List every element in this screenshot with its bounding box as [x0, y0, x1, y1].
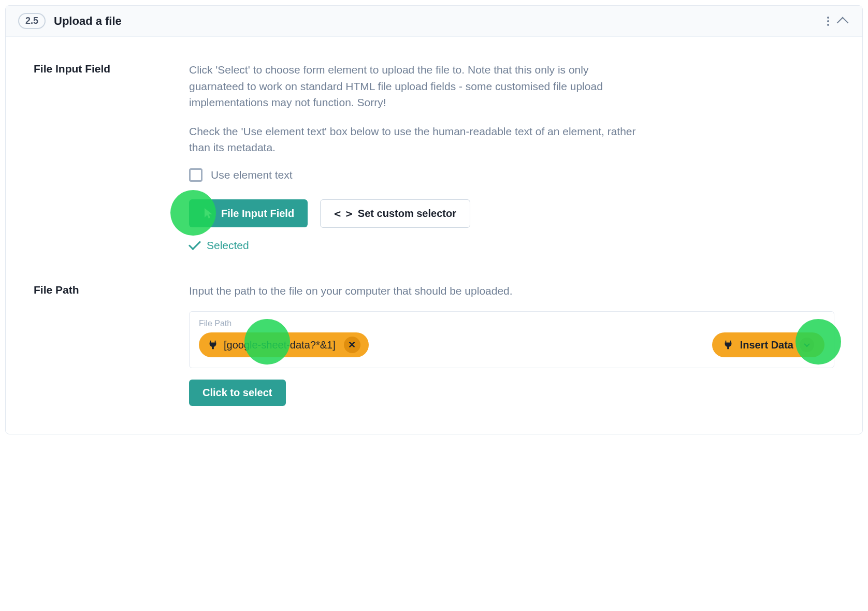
card-body: File Input Field Click 'Select' to choos…: [6, 37, 862, 434]
section-label: File Path: [34, 283, 189, 406]
click-to-select-button[interactable]: Click to select: [189, 380, 286, 406]
button-label: Set custom selector: [358, 208, 456, 220]
vertical-dots-icon: [827, 17, 829, 26]
use-element-text-row: Use element text: [189, 168, 834, 182]
selected-label: Selected: [207, 239, 249, 252]
section-label: File Input Field: [34, 62, 189, 252]
file-path-section: File Path Input the path to the file on …: [34, 283, 834, 406]
button-label: File Input Field: [221, 208, 294, 220]
description-text-2: Check the 'Use element text' box below t…: [189, 123, 645, 156]
chevron-up-icon: [837, 17, 849, 28]
selected-indicator: Selected: [189, 239, 834, 252]
remove-token-button[interactable]: ✕: [344, 337, 360, 353]
insert-data-button[interactable]: Insert Data: [712, 332, 824, 357]
button-label: Click to select: [202, 387, 272, 399]
insert-data-label: Insert Data: [740, 339, 793, 351]
card-header: 2.5 Upload a file: [6, 6, 862, 37]
plug-icon: [207, 339, 219, 351]
chevron-down-icon: [804, 341, 809, 347]
button-row: File Input Field < > Set custom selector: [189, 199, 834, 228]
file-path-input-box[interactable]: File Path [google-sheet-data?*&1] ✕: [189, 311, 834, 368]
section-content: Input the path to the file on your compu…: [189, 283, 834, 406]
plug-icon: [722, 339, 734, 351]
dropdown-chevron: [800, 338, 814, 352]
cursor-icon: [202, 207, 215, 220]
section-content: Click 'Select' to choose form element to…: [189, 62, 834, 252]
use-element-text-checkbox[interactable]: [189, 168, 202, 182]
card-title: Upload a file: [54, 14, 122, 28]
input-label: File Path: [199, 319, 824, 328]
step-card: 2.5 Upload a file File Input Field Click…: [5, 5, 863, 434]
step-number-badge: 2.5: [18, 13, 46, 29]
collapse-button[interactable]: [835, 14, 850, 28]
code-icon: < >: [334, 207, 352, 220]
input-content: [google-sheet-data?*&1] ✕ Insert Data: [199, 332, 824, 357]
file-input-field-section: File Input Field Click 'Select' to choos…: [34, 62, 834, 252]
description-text-1: Click 'Select' to choose form element to…: [189, 62, 645, 111]
more-menu-icon[interactable]: [824, 13, 832, 29]
token-text: [google-sheet-data?*&1]: [224, 339, 336, 351]
set-custom-selector-button[interactable]: < > Set custom selector: [320, 199, 470, 228]
select-file-input-field-button[interactable]: File Input Field: [189, 199, 308, 227]
description-text: Input the path to the file on your compu…: [189, 283, 645, 299]
data-token-pill[interactable]: [google-sheet-data?*&1] ✕: [199, 332, 369, 357]
check-icon: [189, 237, 201, 250]
checkbox-label: Use element text: [211, 169, 293, 181]
